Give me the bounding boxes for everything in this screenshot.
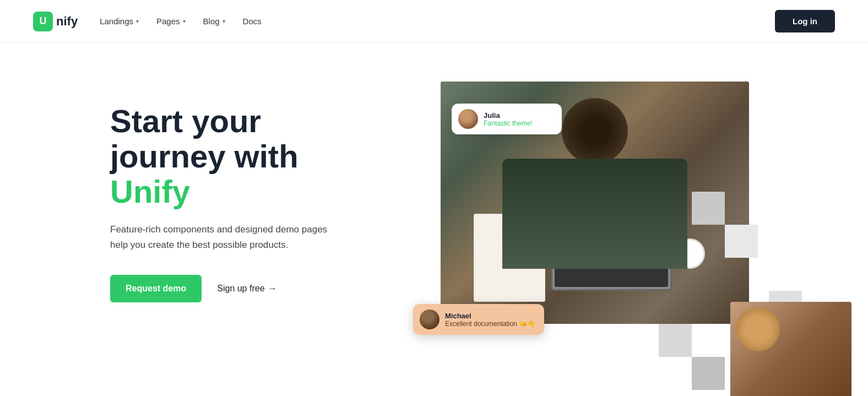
julia-name: Julia bbox=[484, 111, 533, 120]
julia-avatar bbox=[458, 109, 478, 129]
nav-label-blog: Blog bbox=[203, 17, 220, 26]
michael-bubble: Michael Excellent documentation 🤜👋 bbox=[413, 304, 544, 335]
hero-actions: Request demo Sign up free → bbox=[110, 275, 386, 302]
request-demo-button[interactable]: Request demo bbox=[110, 275, 202, 302]
cup-decoration bbox=[675, 238, 705, 269]
logo-text: nify bbox=[56, 14, 78, 29]
michael-bubble-text: Michael Excellent documentation 🤜👋 bbox=[445, 312, 535, 328]
nav-label-docs: Docs bbox=[243, 17, 262, 26]
nav-link-blog[interactable]: Blog ▾ bbox=[203, 17, 225, 26]
hero-heading-line2: journey with bbox=[110, 138, 299, 174]
michael-name: Michael bbox=[445, 312, 535, 320]
navbar: U nify Landings ▾ Pages ▾ Blog ▾ bbox=[0, 0, 868, 43]
book-decoration bbox=[474, 214, 545, 302]
chevron-down-icon: ▾ bbox=[136, 18, 139, 24]
signup-label: Sign up free bbox=[217, 284, 264, 294]
secondary-image bbox=[730, 302, 851, 396]
michael-message: Excellent documentation 🤜👋 bbox=[445, 320, 535, 328]
mosaic-tile-1 bbox=[692, 192, 725, 225]
mosaic-tile-2 bbox=[725, 225, 758, 258]
nav-item-pages[interactable]: Pages ▾ bbox=[156, 17, 186, 26]
logo-icon: U bbox=[33, 12, 53, 31]
mosaic-tile-4 bbox=[692, 357, 725, 390]
signup-button[interactable]: Sign up free → bbox=[217, 284, 276, 294]
arrow-icon: → bbox=[268, 284, 277, 294]
nav-link-pages[interactable]: Pages ▾ bbox=[156, 17, 186, 26]
nav-item-blog[interactable]: Blog ▾ bbox=[203, 17, 225, 26]
hero-heading-line1: Start your bbox=[110, 103, 261, 139]
michael-avatar bbox=[420, 310, 440, 329]
nav-label-pages: Pages bbox=[156, 17, 180, 26]
julia-bubble: Julia Fantastic theme! bbox=[452, 104, 562, 134]
nav-item-landings[interactable]: Landings ▾ bbox=[100, 17, 139, 26]
hero-heading-brand: Unify bbox=[110, 173, 190, 209]
logo-wordmark: nify bbox=[56, 14, 78, 28]
julia-bubble-text: Julia Fantastic theme! bbox=[484, 111, 533, 127]
nav-item-docs[interactable]: Docs bbox=[243, 17, 262, 26]
hero-section: Start your journey with Unify Feature-ri… bbox=[0, 43, 868, 396]
laptop-decoration bbox=[551, 214, 672, 291]
hero-heading: Start your journey with Unify bbox=[110, 104, 386, 209]
login-button[interactable]: Log in bbox=[775, 10, 835, 32]
nav-link-landings[interactable]: Landings ▾ bbox=[100, 17, 139, 26]
hero-subtitle: Feature-rich components and designed dem… bbox=[110, 222, 341, 253]
nav-links: Landings ▾ Pages ▾ Blog ▾ Docs bbox=[100, 17, 262, 26]
logo[interactable]: U nify bbox=[33, 12, 78, 31]
chevron-down-icon: ▾ bbox=[223, 18, 225, 24]
nav-link-docs[interactable]: Docs bbox=[243, 17, 262, 26]
mosaic-tile-3 bbox=[659, 324, 692, 357]
nav-login-area: Log in bbox=[775, 10, 835, 32]
julia-message: Fantastic theme! bbox=[484, 120, 533, 127]
hero-content: Start your journey with Unify Feature-ri… bbox=[110, 82, 386, 302]
chevron-down-icon: ▾ bbox=[183, 18, 186, 24]
hero-image-area: Julia Fantastic theme! Michael Excellent… bbox=[419, 82, 835, 396]
nav-label-landings: Landings bbox=[100, 17, 133, 26]
